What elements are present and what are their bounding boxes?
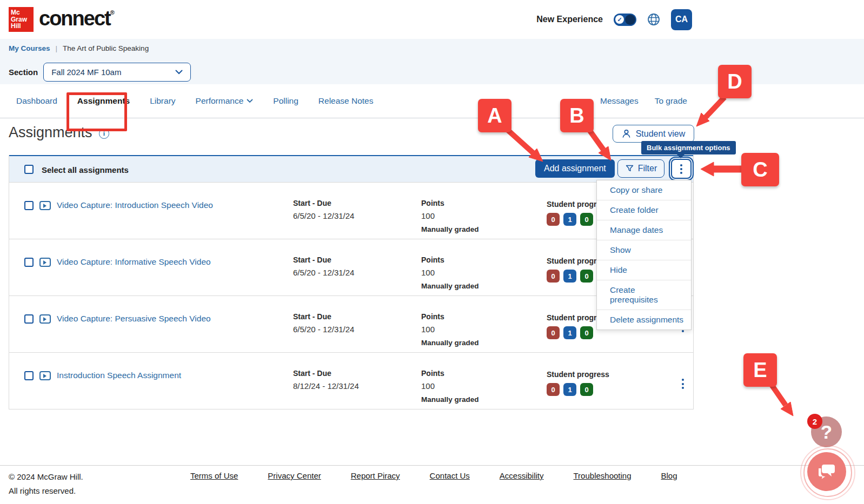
tab-polling[interactable]: Polling — [273, 96, 298, 106]
tab-release-notes[interactable]: Release Notes — [318, 96, 374, 106]
student-view-button[interactable]: Student view — [613, 125, 694, 143]
row-checkbox[interactable] — [24, 201, 34, 210]
bulk-options-tooltip: Bulk assignment options — [641, 141, 736, 154]
row-checkbox[interactable] — [24, 371, 34, 380]
points-label: Points — [421, 369, 479, 378]
manually-graded-label: Manually graded — [421, 282, 479, 290]
footer-link-accessibility[interactable]: Accessibility — [500, 471, 544, 480]
select-all-checkbox[interactable] — [24, 165, 34, 174]
progress-badge-green: 0 — [580, 213, 593, 226]
breadcrumb-my-courses[interactable]: My Courses — [9, 44, 50, 52]
annotation-letter-e: E — [743, 353, 777, 387]
footer-link-blog[interactable]: Blog — [661, 471, 677, 480]
question-icon: ? — [821, 421, 832, 443]
row-checkbox[interactable] — [24, 258, 34, 267]
progress-badge-blue: 1 — [563, 383, 576, 396]
new-experience-toggle[interactable]: ✓ — [614, 14, 636, 26]
row-kebab-menu-button[interactable] — [680, 377, 686, 391]
breadcrumb: My Courses | The Art of Public Speaking — [9, 44, 149, 52]
manually-graded-label: Manually graded — [421, 225, 479, 233]
progress-badge-red: 0 — [547, 270, 560, 283]
manually-graded-label: Manually graded — [421, 395, 479, 404]
help-notification-badge: 2 — [807, 414, 822, 429]
table-row: Video Capture: Introduction Speech Video… — [9, 182, 693, 239]
logo-line: Hill — [11, 23, 34, 30]
points-value: 100 — [421, 381, 479, 391]
breadcrumb-course-name: The Art of Public Speaking — [63, 44, 149, 52]
menu-item-create-prerequisites[interactable]: Create prerequisites — [597, 280, 691, 310]
assignment-link[interactable]: Video Capture: Introduction Speech Video — [57, 200, 213, 210]
progress-badge-red: 0 — [547, 213, 560, 226]
footer-link-troubleshooting[interactable]: Troubleshooting — [574, 471, 632, 480]
points-label: Points — [421, 199, 479, 207]
tab-dashboard[interactable]: Dashboard — [16, 96, 57, 106]
registered-mark: ® — [110, 9, 115, 16]
footer-link-privacy-center[interactable]: Privacy Center — [268, 471, 321, 480]
nav-messages[interactable]: Messages — [600, 96, 639, 106]
avatar[interactable]: CA — [671, 9, 692, 30]
course-nav: Dashboard Assignments Library Performanc… — [0, 84, 864, 118]
video-play-icon — [39, 371, 51, 380]
assignment-link[interactable]: Instroduction Speech Assignment — [57, 371, 181, 380]
bulk-options-kebab-button[interactable] — [671, 159, 692, 179]
course-band: My Courses | The Art of Public Speaking … — [0, 39, 864, 84]
progress-badge-red: 0 — [547, 326, 560, 339]
points-label: Points — [421, 312, 479, 321]
filter-icon — [625, 164, 634, 173]
info-icon[interactable]: i — [99, 129, 109, 139]
tab-assignments[interactable]: Assignments — [77, 96, 130, 106]
progress-badge-red: 0 — [547, 383, 560, 396]
footer-link-report-piracy[interactable]: Report Piracy — [351, 471, 400, 480]
bulk-options-menu: Copy or share Create folder Manage dates… — [596, 180, 692, 330]
menu-item-copy-or-share[interactable]: Copy or share — [597, 180, 691, 200]
table-row: Video Capture: Persuasive Speech Video S… — [9, 295, 693, 352]
chat-widget-button[interactable] — [807, 452, 846, 491]
top-header: Mc Graw Hill connect® New Experience ✓ C… — [0, 0, 864, 39]
footer-link-terms-of-use[interactable]: Terms of Use — [190, 471, 238, 480]
tab-library[interactable]: Library — [150, 96, 175, 106]
new-experience-label: New Experience — [536, 15, 603, 24]
footer: © 2024 McGraw Hill. All rights reserved.… — [0, 465, 864, 504]
progress-badge-blue: 1 — [563, 326, 576, 339]
assignments-table: Select all assignments Video Capture: In… — [9, 155, 694, 409]
progress-badge-green: 0 — [580, 270, 593, 283]
row-checkbox[interactable] — [24, 314, 34, 324]
assignment-link[interactable]: Video Capture: Informative Speech Video — [57, 257, 211, 267]
tab-performance[interactable]: Performance — [196, 96, 254, 106]
footer-link-contact-us[interactable]: Contact Us — [430, 471, 470, 480]
person-icon — [622, 129, 631, 138]
select-all-label: Select all assignments — [42, 165, 129, 174]
table-row: Instroduction Speech Assignment Start - … — [9, 352, 693, 409]
chat-icon — [817, 463, 836, 480]
chevron-down-icon — [175, 70, 183, 75]
nav-to-grade[interactable]: To grade — [655, 96, 687, 106]
points-value: 100 — [421, 268, 479, 277]
start-due-value: 8/12/24 - 12/31/24 — [293, 381, 359, 391]
video-play-icon — [39, 314, 51, 324]
connect-wordmark: connect® — [39, 7, 115, 30]
start-due-label: Start - Due — [293, 256, 354, 264]
mcgraw-hill-logo: Mc Graw Hill — [9, 7, 34, 32]
menu-item-show[interactable]: Show — [597, 240, 691, 260]
manually-graded-label: Manually graded — [421, 339, 479, 347]
toggle-knob — [625, 15, 635, 25]
points-label: Points — [421, 256, 479, 264]
menu-item-delete-assignments[interactable]: Delete assignments — [597, 310, 691, 330]
globe-icon[interactable] — [647, 13, 660, 26]
connect-assignments-page: Mc Graw Hill connect® New Experience ✓ C… — [0, 0, 864, 504]
progress-badge-green: 0 — [580, 383, 593, 396]
add-assignment-button[interactable]: Add assignment — [535, 159, 615, 178]
toggle-check-icon: ✓ — [615, 15, 624, 24]
menu-item-create-folder[interactable]: Create folder — [597, 200, 691, 220]
page-title: Assignments — [9, 124, 92, 141]
points-value: 100 — [421, 211, 479, 220]
menu-item-manage-dates[interactable]: Manage dates — [597, 220, 691, 240]
logo-line: Mc — [11, 9, 34, 16]
student-progress-label: Student progress — [547, 370, 609, 379]
start-due-label: Start - Due — [293, 369, 359, 378]
progress-badge-blue: 1 — [563, 213, 576, 226]
menu-item-hide[interactable]: Hide — [597, 260, 691, 280]
filter-button[interactable]: Filter — [617, 159, 664, 178]
assignment-link[interactable]: Video Capture: Persuasive Speech Video — [57, 314, 211, 324]
section-select[interactable]: Fall 2024 MF 10am — [43, 63, 191, 82]
